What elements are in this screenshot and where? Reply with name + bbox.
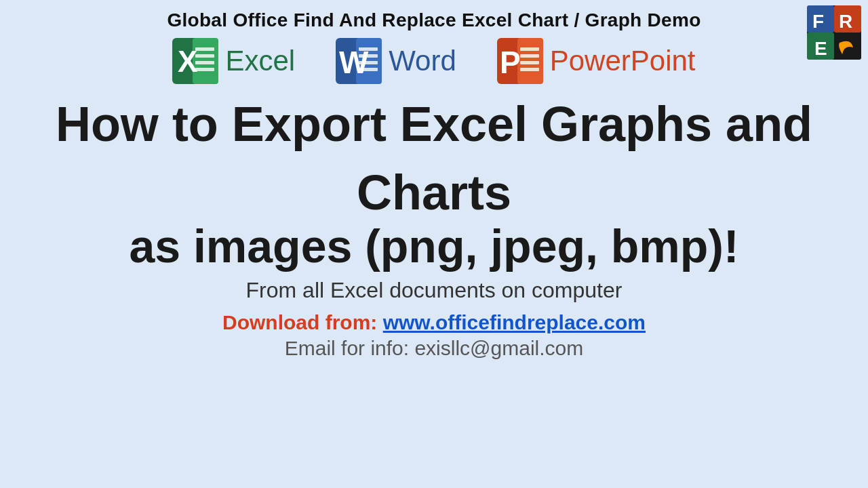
excel-logo: X Excel bbox=[172, 38, 295, 84]
logo-row: X Excel W Word bbox=[172, 38, 695, 84]
word-label: Word bbox=[389, 45, 456, 77]
download-label: Download from: bbox=[222, 311, 383, 333]
svg-rect-13 bbox=[359, 68, 378, 71]
excel-label: Excel bbox=[225, 45, 295, 77]
svg-rect-11 bbox=[359, 54, 378, 58]
email-label: Email for info: bbox=[285, 337, 415, 359]
ppt-icon: P bbox=[497, 38, 543, 84]
main-heading-line3: as images (png, jpeg, bmp)! bbox=[129, 221, 738, 272]
svg-rect-10 bbox=[359, 47, 378, 51]
email-row: Email for info: exisllc@gmail.com bbox=[285, 337, 584, 360]
svg-rect-19 bbox=[520, 61, 539, 64]
svg-text:P: P bbox=[500, 45, 521, 80]
svg-text:X: X bbox=[178, 45, 197, 78]
svg-rect-20 bbox=[520, 68, 539, 71]
svg-text:R: R bbox=[839, 11, 852, 32]
word-icon: W bbox=[336, 38, 382, 84]
svg-rect-12 bbox=[359, 61, 378, 64]
svg-rect-18 bbox=[520, 54, 539, 58]
svg-rect-6 bbox=[195, 68, 214, 71]
ppt-logo: P PowerPoint bbox=[497, 38, 696, 84]
svg-rect-3 bbox=[195, 47, 214, 51]
download-row: Download from: www.officefindreplace.com bbox=[222, 311, 646, 334]
svg-rect-4 bbox=[195, 54, 214, 58]
main-heading-line1: How to Export Excel Graphs and bbox=[56, 96, 812, 152]
svg-rect-17 bbox=[520, 47, 539, 51]
svg-text:F: F bbox=[812, 11, 824, 32]
email-value: exisllc@gmail.com bbox=[414, 337, 583, 359]
main-heading-line2: Charts bbox=[357, 165, 511, 221]
corner-logo: F R E bbox=[807, 5, 861, 60]
svg-rect-5 bbox=[195, 61, 214, 64]
download-link[interactable]: www.officefindreplace.com bbox=[383, 311, 646, 333]
word-logo: W Word bbox=[336, 38, 456, 84]
sub-text: From all Excel documents on computer bbox=[246, 278, 623, 303]
ppt-label: PowerPoint bbox=[550, 45, 696, 77]
page-title: Global Office Find And Replace Excel Cha… bbox=[167, 9, 701, 31]
excel-icon: X bbox=[172, 38, 218, 84]
svg-text:E: E bbox=[814, 38, 827, 59]
